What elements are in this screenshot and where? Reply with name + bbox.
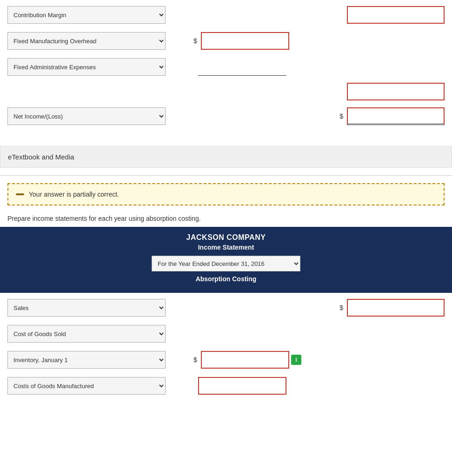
- year-select-wrapper: For the Year Ended December 31, 2016 For…: [5, 256, 447, 271]
- fixed-admin-exp-dropdown[interactable]: Fixed Administrative Expenses: [7, 58, 166, 76]
- cost-goods-sold-row: Cost of Goods Sold: [7, 324, 445, 344]
- info-button[interactable]: i: [291, 355, 301, 365]
- stmt-title: Income Statement: [5, 244, 447, 251]
- inventory-jan1-input[interactable]: [201, 351, 289, 369]
- costs-goods-mfg-row: Costs of Goods Manufactured: [7, 376, 445, 396]
- partial-correct-banner: Your answer is partially correct.: [7, 183, 445, 205]
- fixed-mfg-overhead-row: Fixed Manufacturing Overhead $: [7, 31, 445, 51]
- inventory-jan1-dropdown[interactable]: Inventory, January 1: [7, 351, 166, 369]
- contribution-margin-dropdown[interactable]: Contribution Margin: [7, 6, 166, 24]
- contribution-margin-row: Contribution Margin: [7, 5, 445, 25]
- sales-input[interactable]: [347, 299, 445, 317]
- subtotal-input[interactable]: [347, 83, 445, 100]
- fixed-admin-exp-input[interactable]: [198, 58, 286, 76]
- fixed-admin-exp-row: Fixed Administrative Expenses: [7, 57, 445, 77]
- fixed-mfg-overhead-input[interactable]: [201, 32, 289, 50]
- etextbook-bar: eTextbook and Media: [0, 146, 452, 168]
- dollar-sign-sales: $: [339, 304, 343, 311]
- dollar-sign-ni: $: [339, 112, 343, 120]
- bottom-section: Sales $ Cost of Goods Sold Inventory, Ja…: [0, 293, 452, 406]
- net-income-row: Net Income/(Loss) $: [7, 106, 445, 126]
- sales-right: $: [336, 299, 445, 317]
- prepare-text: Prepare income statements for each year …: [0, 210, 452, 227]
- minus-icon: [16, 193, 24, 195]
- fixed-mfg-overhead-dropdown[interactable]: Fixed Manufacturing Overhead: [7, 32, 166, 50]
- section-divider: [0, 175, 452, 176]
- cost-goods-sold-dropdown[interactable]: Cost of Goods Sold: [7, 325, 166, 343]
- costing-label: Absorption Costing: [5, 271, 447, 286]
- partial-correct-message: Your answer is partially correct.: [29, 191, 119, 198]
- income-statement-header: JACKSON COMPANY Income Statement For the…: [0, 227, 452, 293]
- etextbook-label: eTextbook and Media: [8, 153, 74, 161]
- subtotal-row: [7, 83, 445, 100]
- inventory-jan1-row: Inventory, January 1 $ i: [7, 350, 445, 370]
- company-name: JACKSON COMPANY: [5, 233, 447, 242]
- sales-dropdown[interactable]: Sales: [7, 299, 166, 317]
- dollar-sign-inv: $: [193, 356, 197, 364]
- contribution-margin-right: [347, 6, 445, 24]
- net-income-right: $: [336, 107, 445, 125]
- costs-goods-mfg-input[interactable]: [198, 377, 286, 395]
- sales-row: Sales $: [7, 298, 445, 318]
- net-income-dropdown[interactable]: Net Income/(Loss): [7, 107, 166, 125]
- contribution-margin-input[interactable]: [347, 6, 445, 24]
- net-income-input[interactable]: [347, 107, 445, 125]
- costs-goods-mfg-dropdown[interactable]: Costs of Goods Manufactured: [7, 377, 166, 395]
- year-dropdown[interactable]: For the Year Ended December 31, 2016 For…: [152, 256, 300, 271]
- top-section: Contribution Margin Fixed Manufacturing …: [0, 0, 452, 141]
- dollar-sign-fmo: $: [193, 37, 197, 45]
